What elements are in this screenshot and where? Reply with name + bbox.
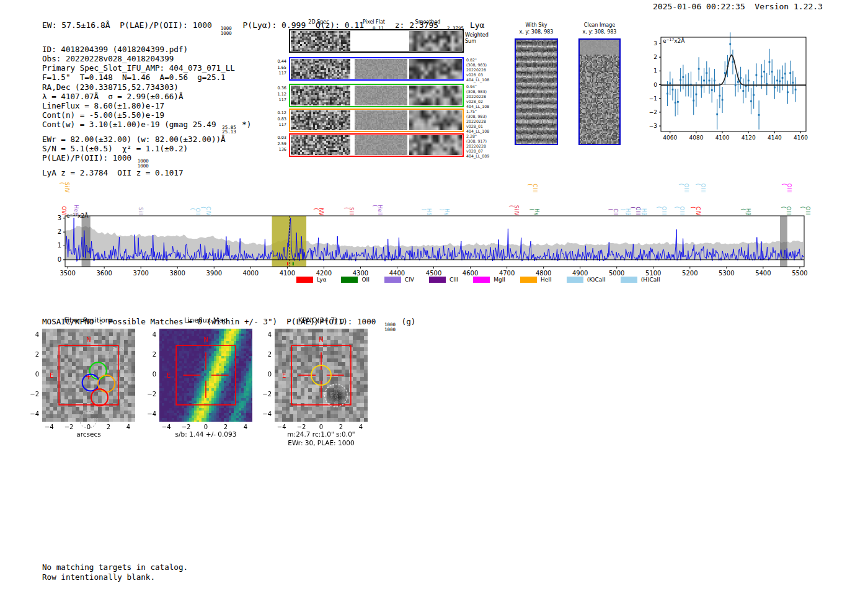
spec2d-image	[291, 31, 350, 51]
axis-tick-label: −4	[143, 411, 156, 417]
legend-swatch	[473, 277, 490, 283]
footer-line: Row intentionally blank.	[42, 572, 188, 582]
col-header-pixelflat: Pixel Flat	[349, 19, 399, 25]
svg-text:4200: 4200	[316, 270, 332, 277]
emission-line-label: OIII (	[678, 184, 688, 193]
svg-text:1: 1	[58, 242, 61, 249]
legend-label: OII	[361, 277, 369, 283]
legend-item: (H)CaII	[621, 277, 660, 283]
legend-item: CIV	[384, 277, 414, 283]
info-line: RA,Dec (230.338715,52.734303)	[42, 82, 251, 92]
svg-text:2: 2	[653, 54, 657, 60]
spec2d-row-2	[289, 84, 464, 107]
emission-line-label: OII (	[190, 208, 200, 216]
fiber-meta-labels: 0.82" (308, 983) 20220228 v028_03 404_LL…	[466, 58, 512, 82]
fiber-weight-labels: 0.03 2.59 136	[265, 135, 286, 153]
panel-xlabel: m:24.7 rc:1.0" s:0.0"	[259, 430, 383, 438]
svg-text:E: E	[282, 372, 286, 379]
zoomed-line-fit-chart: −3−2−10123406040804100412041404160e−17x2…	[645, 31, 812, 143]
svg-text:4080: 4080	[689, 135, 703, 141]
spec2d-image	[291, 135, 350, 155]
info-line: LyA z = 2.3784 OII z = 0.1017	[42, 168, 251, 177]
legend-swatch	[621, 277, 637, 283]
smoothed-image	[409, 110, 462, 130]
panel-title: KPNO(24.7) g	[268, 316, 374, 324]
axis-tick-label: −4	[258, 411, 272, 417]
lineflux-map-panel: Lineflux Map NE s/b: 1.44 +/- 0.093 −4−4…	[159, 329, 252, 422]
emission-line-label: HeII (	[372, 205, 382, 216]
svg-text:−1: −1	[649, 96, 657, 102]
axis-tick-label: 4	[355, 424, 367, 430]
svg-text:5200: 5200	[682, 270, 698, 277]
axis-tick-label: 4	[122, 424, 135, 430]
svg-text:5300: 5300	[719, 270, 734, 277]
svg-text:5000: 5000	[609, 270, 624, 277]
svg-text:N: N	[203, 336, 208, 343]
pixel-flat-image	[355, 110, 407, 130]
svg-text:4700: 4700	[499, 270, 515, 277]
axis-tick-label: −2	[180, 424, 192, 430]
smoothed-image	[409, 135, 462, 155]
clean-cutout	[580, 40, 619, 144]
emission-line-label: OIII (	[800, 207, 810, 216]
smoothed-image	[409, 59, 462, 79]
svg-text:3600: 3600	[96, 270, 112, 277]
spec2d-row-3	[289, 109, 464, 132]
svg-text:5400: 5400	[755, 270, 771, 277]
legend-swatch	[520, 277, 537, 283]
emission-line-label: SiII (	[343, 207, 353, 216]
svg-text:4900: 4900	[572, 270, 588, 277]
detection-info: ID: 4018204399 (4018204399.pdf)Obs: 2022…	[42, 26, 251, 177]
smoothed-image	[409, 86, 462, 105]
emission-line-label: Hβ )	[620, 208, 630, 216]
footer-notes: No matching targets in catalog.Row inten…	[42, 544, 188, 582]
axis-tick-label: 2	[258, 351, 272, 358]
spec2d-image	[291, 110, 350, 130]
spectrum-legend: LyαOIICIVCIIIMgIIHeII(K)CaII(H)CaII	[296, 277, 660, 283]
panel-xlabel: arcsecs	[27, 430, 151, 438]
axis-tick-label: 0	[143, 371, 156, 378]
footer-line: No matching targets in catalog.	[42, 562, 188, 572]
fiber-positions-overlay: NE	[42, 329, 135, 422]
svg-text:4060: 4060	[663, 135, 677, 141]
axis-tick-label: −2	[25, 391, 39, 398]
info-line: LineFlux = 8.60(±1.80)e-17	[42, 101, 251, 110]
fiber-meta-labels: 0.94" (308, 983) 20220228 v028_02 404_LL…	[466, 84, 512, 109]
stacked-fraction: 25.8525.13	[222, 125, 236, 135]
panel-title: Lineflux Map	[153, 316, 259, 324]
axis-tick-label: 4	[25, 331, 39, 338]
svg-text:E: E	[167, 372, 170, 379]
emission-line-label: NV (	[313, 208, 323, 216]
svg-text:1: 1	[653, 68, 657, 74]
pixel-flat-image	[355, 86, 407, 105]
emission-line-label: Hβ (	[740, 208, 750, 216]
panel-xlabel-2: EWr: 30, PLAE: 1000	[259, 439, 383, 447]
emission-line-label: Hδ )	[421, 208, 431, 216]
svg-text:5100: 5100	[645, 270, 661, 277]
axis-tick-label: 0	[200, 424, 212, 430]
with-sky-image	[515, 38, 558, 145]
axis-tick-label: 2	[143, 351, 156, 358]
info-line: Obs: 20220228v028_4018204399	[42, 54, 251, 63]
spec2d-image	[291, 59, 350, 79]
svg-text:4120: 4120	[742, 135, 756, 141]
legend-label: Lyα	[317, 277, 326, 283]
axis-tick-label: 4	[143, 331, 156, 338]
kpno-g-panel: KPNO(24.7) g NE m:24.7 rc:1.0" s:0.0" EW…	[275, 329, 368, 422]
svg-text:3500: 3500	[60, 270, 75, 277]
legend-item: HeII	[520, 277, 552, 283]
elixer-report-page: { "header": { "segments": [ {"t":"EW: 57…	[0, 0, 868, 591]
spec2d-row-weighted	[289, 29, 464, 53]
kpno-overlay: NE	[275, 329, 368, 422]
svg-text:3800: 3800	[170, 270, 185, 277]
smoothed-image	[409, 31, 462, 51]
axis-tick-label: 2	[102, 424, 115, 430]
axis-tick-label: −2	[63, 424, 75, 430]
emission-line-label: OIII (	[781, 207, 790, 216]
info-line: EWr = 82.00(±32.00) (w: 82.00(±32.00))Å	[42, 135, 251, 144]
fiber-positions-panel: Fiber Positions NE arcsecs −4−4−2−200224…	[42, 329, 135, 422]
fiber-weight-labels: 0.12 0.83 117	[265, 110, 286, 128]
axis-tick-label: 0	[258, 371, 272, 378]
svg-text:N: N	[86, 336, 91, 343]
fiber-meta-labels: 1.75" (308, 983) 20220228 v028_01 404_LL…	[466, 109, 512, 134]
